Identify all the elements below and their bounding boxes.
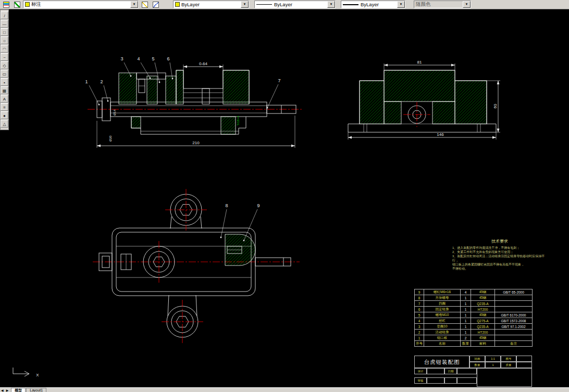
layers-icon[interactable] (1, 1, 11, 9)
dia-label-1[interactable]: Ø14 (113, 109, 116, 116)
tab-model[interactable]: 模型 (11, 388, 26, 392)
dim-side-top-width[interactable]: 81 (417, 60, 422, 65)
layer-combo[interactable]: 标注 ▼ (23, 1, 139, 8)
lineweight-combo-dropdown-arrow[interactable]: ▼ (397, 1, 405, 8)
tab-prev-icon[interactable]: ◀ (1, 388, 4, 392)
part-name: 活动钳身 (424, 330, 461, 335)
callout-5[interactable]: 5 (152, 56, 154, 61)
part-name: 螺钉M6×16 (424, 289, 461, 295)
layer-combo-dropdown-arrow[interactable]: ▼ (130, 1, 138, 8)
layer-previous-icon[interactable] (151, 1, 160, 9)
part-material: 45钢 (471, 312, 495, 318)
linetype-combo-dropdown-arrow[interactable]: ▼ (327, 1, 335, 8)
draw-tool-icon[interactable]: • (1, 78, 8, 86)
draw-tool-icon[interactable]: ◠ (1, 45, 8, 53)
plot-style-combo: 随颜色 ▼ (414, 1, 471, 8)
callout-4[interactable]: 4 (137, 56, 140, 61)
parts-table-row[interactable]: 9 螺钉M6×16 4 45钢 GB/T 65-2000 (415, 289, 533, 295)
draw-tool-icon[interactable]: ◇ (1, 61, 8, 69)
part-material: HT200 (471, 330, 495, 335)
callout-7[interactable]: 7 (278, 78, 280, 83)
part-no: 5 (415, 312, 424, 318)
dim-jaw-opening[interactable]: 0-64 (199, 61, 208, 66)
part-name: 垫圈10 (424, 324, 461, 330)
draw-tool-icon[interactable]: ● (1, 111, 8, 119)
callout-3[interactable]: 3 (120, 56, 123, 61)
front-section-view[interactable]: Tr18×4 Ø14 Ø20 0-64 210 1 2 3 (85, 56, 303, 148)
make-object-layer-current-icon[interactable] (140, 1, 150, 9)
draw-tool-icon[interactable]: / (1, 11, 8, 19)
draw-tool-icon[interactable]: — (1, 20, 8, 28)
part-note: GB/T 65-2000 (495, 289, 533, 295)
dim-side-overall-width[interactable]: 146 (437, 132, 444, 137)
part-no: 2 (415, 330, 424, 335)
part-no: 9 (415, 289, 424, 295)
part-name: 丝杠 (424, 318, 461, 324)
color-combo[interactable]: ByLayer ▼ (173, 1, 249, 8)
header-qty: 数量 (461, 341, 471, 347)
parts-table-row[interactable]: 6 固定钳身 1 HT200 (415, 307, 533, 312)
layers-icon-glyph (3, 2, 9, 8)
header-material: 材料 (471, 341, 495, 347)
dia-label-2[interactable]: Ø20 (109, 135, 112, 142)
color-combo-dropdown-arrow[interactable]: ▼ (241, 1, 249, 8)
lineweight-combo[interactable]: ByLayer ▼ (341, 1, 405, 8)
technical-requirements[interactable]: 技术要求 1、进入装配的零件均需清洗干净，不得有毛刺；2、夹紧工件时不允许有歪斜… (452, 238, 547, 271)
date-label: 日期 (444, 368, 457, 374)
parts-table-row[interactable]: 3 垫圈10 1 Q235-A GB/T 97.1-2002 (415, 324, 533, 330)
draw-tool-icon[interactable]: ▭ (1, 70, 8, 78)
parts-table-row[interactable]: 4 丝杠 1 Q275-A GB/T 1572-2008 (415, 318, 533, 324)
plan-view[interactable]: 8 9 (93, 189, 300, 344)
blank-cell (457, 377, 477, 384)
callout-6[interactable]: 6 (167, 56, 169, 61)
part-qty: 1 (461, 295, 471, 301)
part-name: 方块螺母 (424, 295, 461, 301)
title-block[interactable]: 台虎钳装配图 比例 1:1 图号 数量 1 质量 设计 日期 (414, 356, 532, 386)
callout-1[interactable]: 1 (85, 79, 88, 84)
tech-requirement-line: 1、进入装配的零件均需清洗干净，不得有毛刺； (452, 246, 547, 250)
scale-value: 1:1 (485, 356, 501, 362)
part-name: 挡圈 (424, 301, 461, 307)
drawing-no-label: 图号 (501, 356, 516, 362)
part-qty: 1 (461, 301, 471, 307)
draw-tool-icon[interactable]: ≡ (1, 103, 8, 111)
part-note (495, 301, 533, 307)
parts-table-row[interactable]: 7 挡圈 1 Q235-A (415, 301, 533, 307)
linetype-combo[interactable]: ByLayer ▼ (254, 1, 336, 8)
drawing-canvas[interactable]: Tr18×4 Ø14 Ø20 0-64 210 1 2 3 (0, 9, 569, 387)
callout-9[interactable]: 9 (257, 203, 259, 208)
drawing-no-value (516, 356, 532, 362)
part-note (495, 307, 533, 312)
dim-front-overall[interactable]: 210 (192, 141, 200, 145)
layer-states-icon[interactable] (12, 1, 22, 9)
ucs-x-label: X (36, 373, 39, 377)
side-view[interactable]: 81 146 60 (348, 60, 500, 140)
draw-tool-icon[interactable]: ○ (1, 36, 8, 44)
draw-tool-icon[interactable]: ~ (1, 53, 8, 61)
draw-tool-icon[interactable]: A (1, 95, 8, 103)
parts-table-row[interactable]: 5 螺母M10 1 45钢 GB/T 6170-2000 (415, 312, 533, 318)
parts-table-row[interactable]: 1 钳口板 2 45钢 (415, 335, 533, 341)
draw-tool-icon[interactable]: △ (1, 120, 8, 128)
dim-side-height[interactable]: 60 (493, 104, 498, 108)
parts-table-row[interactable]: 8 方块螺母 1 45钢 (415, 295, 533, 301)
header-no: 序号 (415, 341, 424, 347)
part-name: 螺母M10 (424, 312, 461, 318)
part-qty: 2 (461, 335, 471, 341)
tech-requirements-title: 技术要求 (452, 238, 547, 244)
draw-tool-icon[interactable]: ▦ (1, 86, 8, 94)
parts-list-table[interactable]: 9 螺钉M6×16 4 45钢 GB/T 65-2000 8 方块螺母 1 45… (414, 289, 533, 347)
tab-next-icon[interactable]: ▶ (6, 388, 9, 392)
draw-tool-icon[interactable]: □ (1, 28, 8, 36)
callout-8[interactable]: 8 (225, 203, 228, 208)
tab-layout1[interactable]: Layout1 (26, 388, 46, 392)
drawing-title: 台虎钳装配图 (414, 356, 469, 368)
parts-table-row[interactable]: 2 活动钳身 1 HT200 (415, 330, 533, 335)
part-no: 6 (415, 307, 424, 312)
blank-cell (444, 377, 457, 384)
callout-2[interactable]: 2 (100, 79, 103, 84)
part-material: 45钢 (471, 295, 495, 301)
part-no: 4 (415, 318, 424, 324)
design-value (427, 368, 444, 374)
thread-spec-label[interactable]: Tr18×4 (237, 116, 240, 126)
